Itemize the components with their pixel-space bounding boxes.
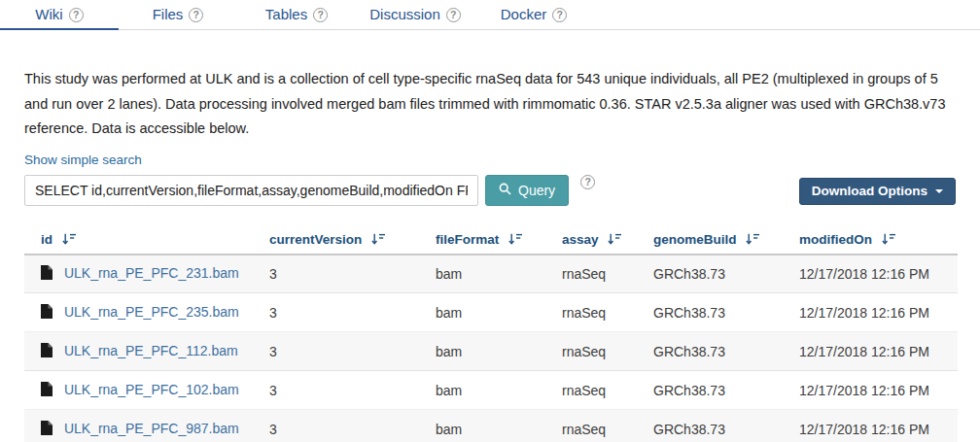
file-link[interactable]: ULK_rna_PE_PFC_102.bam xyxy=(64,382,239,397)
show-simple-search-link[interactable]: Show simple search xyxy=(24,153,142,167)
help-icon[interactable]: ? xyxy=(580,175,595,189)
tab-bar: Wiki? Files? Tables? Discussion? Docker? xyxy=(0,0,980,30)
sort-icon[interactable] xyxy=(58,233,76,248)
file-link[interactable]: ULK_rna_PE_PFC_987.bam xyxy=(64,421,239,436)
wiki-page: This study was performed at ULK and is a… xyxy=(0,67,980,442)
chevron-down-icon xyxy=(935,189,943,193)
cell-assay: rnaSeq xyxy=(562,410,653,442)
cell-modifiedOn: 12/17/2018 12:16 PM xyxy=(799,293,958,332)
cell-currentVersion: 3 xyxy=(269,332,436,371)
column-header-label: id xyxy=(41,232,52,247)
cell-genomeBuild: GRCh38.73 xyxy=(653,332,799,371)
tab-tables[interactable]: Tables? xyxy=(237,0,356,29)
cell-modifiedOn: 12/17/2018 12:16 PM xyxy=(799,332,958,371)
table-row: ULK_rna_PE_PFC_987.bam 3 bam rnaSeq GRCh… xyxy=(24,410,958,442)
query-results-table: id currentVersion fileFormat xyxy=(24,227,958,442)
column-header-label: assay xyxy=(562,232,599,247)
query-button-label: Query xyxy=(518,183,555,198)
table-row: ULK_rna_PE_PFC_231.bam 3 bam rnaSeq GRCh… xyxy=(24,255,958,293)
column-header-id[interactable]: id xyxy=(24,227,269,255)
study-description: This study was performed at ULK and is a… xyxy=(24,67,956,142)
table-header-row: id currentVersion fileFormat xyxy=(24,227,958,255)
file-icon xyxy=(41,306,56,322)
sort-icon[interactable] xyxy=(605,233,622,248)
cell-assay: rnaSeq xyxy=(562,371,653,410)
cell-currentVersion: 3 xyxy=(269,255,436,293)
tab-files[interactable]: Files? xyxy=(119,0,237,29)
tab-label: Discussion xyxy=(369,6,440,22)
file-icon xyxy=(41,384,56,399)
column-header-label: fileFormat xyxy=(436,232,499,247)
sort-icon[interactable] xyxy=(743,233,760,248)
cell-assay: rnaSeq xyxy=(562,255,653,293)
cell-genomeBuild: GRCh38.73 xyxy=(653,371,799,410)
cell-currentVersion: 3 xyxy=(269,371,436,410)
file-icon xyxy=(41,345,56,360)
tab-label: Wiki xyxy=(35,6,62,22)
tab-label: Tables xyxy=(265,6,307,22)
cell-fileFormat: bam xyxy=(436,410,562,442)
column-header-fileFormat[interactable]: fileFormat xyxy=(436,227,562,255)
tab-wiki[interactable]: Wiki? xyxy=(0,0,119,29)
help-icon[interactable]: ? xyxy=(69,8,84,22)
cell-modifiedOn: 12/17/2018 12:16 PM xyxy=(799,410,958,442)
cell-currentVersion: 3 xyxy=(269,410,436,442)
help-icon[interactable]: ? xyxy=(189,8,203,22)
download-options-label: Download Options xyxy=(812,184,928,198)
sort-icon[interactable] xyxy=(368,233,385,248)
table-row: ULK_rna_PE_PFC_112.bam 3 bam rnaSeq GRCh… xyxy=(24,332,958,371)
cell-assay: rnaSeq xyxy=(562,293,653,332)
file-icon xyxy=(41,267,56,283)
help-icon[interactable]: ? xyxy=(446,8,461,22)
query-button[interactable]: Query xyxy=(485,175,569,206)
cell-fileFormat: bam xyxy=(436,293,562,332)
cell-modifiedOn: 12/17/2018 12:16 PM xyxy=(799,371,958,410)
tab-label: Docker xyxy=(501,6,547,22)
tab-docker[interactable]: Docker? xyxy=(474,0,593,29)
file-icon xyxy=(41,423,56,438)
cell-fileFormat: bam xyxy=(436,332,562,371)
column-header-genomeBuild[interactable]: genomeBuild xyxy=(653,227,799,255)
help-icon[interactable]: ? xyxy=(552,8,567,22)
column-header-label: modifiedOn xyxy=(799,232,872,247)
cell-genomeBuild: GRCh38.73 xyxy=(653,255,799,293)
file-link[interactable]: ULK_rna_PE_PFC_231.bam xyxy=(64,265,239,281)
column-header-modifiedOn[interactable]: modifiedOn xyxy=(799,227,958,255)
column-header-label: genomeBuild xyxy=(653,232,737,247)
file-link[interactable]: ULK_rna_PE_PFC_112.bam xyxy=(64,343,238,358)
query-results-table-wrap: id currentVersion fileFormat xyxy=(24,227,956,442)
cell-fileFormat: bam xyxy=(436,255,562,293)
table-row: ULK_rna_PE_PFC_102.bam 3 bam rnaSeq GRCh… xyxy=(24,371,958,410)
column-header-currentVersion[interactable]: currentVersion xyxy=(269,227,436,255)
column-header-assay[interactable]: assay xyxy=(562,227,653,255)
file-link[interactable]: ULK_rna_PE_PFC_235.bam xyxy=(64,304,239,320)
cell-genomeBuild: GRCh38.73 xyxy=(653,293,799,332)
sort-icon[interactable] xyxy=(505,233,522,248)
search-icon xyxy=(499,183,511,198)
query-row: Query ? Download Options xyxy=(24,175,956,206)
download-options-button[interactable]: Download Options xyxy=(799,178,956,205)
tab-discussion[interactable]: Discussion? xyxy=(356,0,474,29)
cell-assay: rnaSeq xyxy=(562,332,653,371)
sql-query-input[interactable] xyxy=(24,175,478,206)
sort-icon[interactable] xyxy=(878,233,895,248)
tab-label: Files xyxy=(153,6,184,22)
cell-fileFormat: bam xyxy=(436,371,562,410)
cell-modifiedOn: 12/17/2018 12:16 PM xyxy=(799,255,958,293)
table-row: ULK_rna_PE_PFC_235.bam 3 bam rnaSeq GRCh… xyxy=(24,293,958,332)
help-icon[interactable]: ? xyxy=(313,8,328,22)
column-header-label: currentVersion xyxy=(269,232,362,247)
cell-currentVersion: 3 xyxy=(269,293,436,332)
cell-genomeBuild: GRCh38.73 xyxy=(653,410,799,442)
